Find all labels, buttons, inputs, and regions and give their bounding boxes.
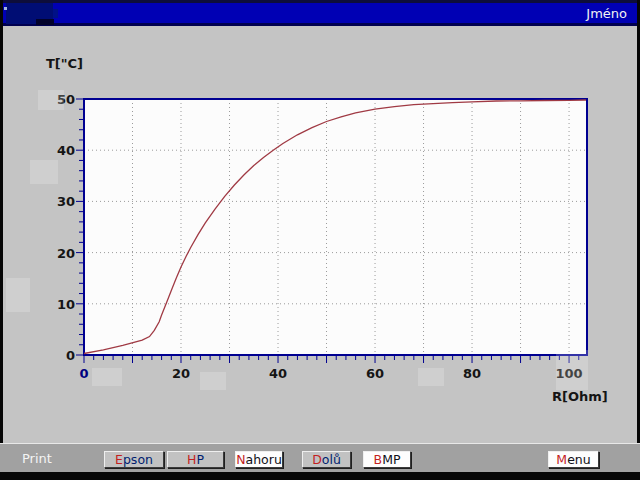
print-label: Print (22, 451, 52, 466)
ghost-artifact (200, 372, 226, 390)
ghost-artifact (556, 350, 588, 390)
y-tick-label: 0 (66, 348, 75, 363)
screen-border-bottom (0, 471, 640, 480)
window-title: Jméno (586, 5, 627, 23)
y-tick-label: 40 (57, 143, 75, 158)
y-axis-title: T["C] (46, 56, 83, 71)
x-tick-label: 40 (269, 366, 287, 381)
epson-button[interactable]: Epson (104, 451, 164, 468)
bmp-button[interactable]: BMP (363, 451, 411, 468)
x-tick-label: 20 (172, 366, 190, 381)
app-screen: 02040608010001020304050 T["C] R[Ohm] Jmé… (0, 0, 640, 480)
hp-button[interactable]: HP (167, 451, 224, 468)
x-tick-label: 60 (366, 366, 384, 381)
ghost-artifact (92, 368, 122, 386)
y-tick-label: 30 (57, 194, 75, 209)
screen-border-left (0, 0, 3, 480)
menu-button[interactable]: Menu (548, 451, 599, 468)
titlebar-logo-artifact (4, 7, 7, 10)
titlebar-logo-artifact (53, 9, 58, 18)
ghost-artifact (418, 368, 444, 386)
nahoru-button[interactable]: Nahoru (235, 451, 283, 468)
ghost-artifact (38, 90, 64, 110)
ghost-artifact (6, 278, 30, 312)
titlebar-logo-artifact (36, 19, 54, 25)
ghost-artifact (30, 160, 58, 184)
y-tick-label: 10 (57, 297, 75, 312)
titlebar: Jméno (0, 0, 640, 26)
dolu-button[interactable]: Dolů (302, 451, 351, 468)
x-axis-title: R[Ohm] (552, 389, 608, 404)
x-tick-label: 80 (463, 366, 481, 381)
x-tick-label: 0 (79, 366, 88, 381)
rt-chart: 02040608010001020304050 (0, 0, 640, 480)
y-tick-label: 20 (57, 246, 75, 261)
plot-area (84, 99, 587, 355)
